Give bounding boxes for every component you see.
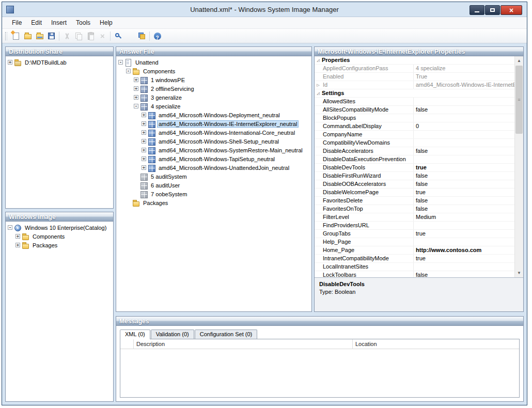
expand-icon[interactable]: + bbox=[134, 77, 138, 82]
delete-button[interactable] bbox=[97, 30, 108, 42]
expand-icon[interactable]: + bbox=[15, 243, 20, 247]
paste-button[interactable] bbox=[85, 30, 97, 42]
tree-node[interactable]: -Windows 10 Enterprise(Catalog) bbox=[6, 223, 113, 232]
tab-xml[interactable]: XML (0) bbox=[120, 329, 150, 339]
tree-node[interactable]: +amd64_Microsoft-Windows-IE-InternetExpl… bbox=[117, 119, 311, 128]
tree-node[interactable]: 7 oobeSystem bbox=[117, 190, 311, 198]
tree-node[interactable]: -Unattend bbox=[117, 58, 311, 67]
property-row[interactable]: DisableOOBAcceleratorsfalse bbox=[315, 180, 523, 189]
property-row[interactable]: GroupTabstrue bbox=[315, 230, 523, 238]
property-row[interactable]: AllowedSites bbox=[315, 98, 523, 106]
column-header-icon[interactable] bbox=[120, 339, 134, 349]
menu-edit[interactable]: Edit bbox=[26, 18, 46, 28]
save-answer-file-button[interactable] bbox=[45, 30, 57, 42]
tree-node[interactable]: -4 specialize bbox=[117, 102, 311, 111]
property-row[interactable]: Home_Pagehttp://www.contoso.com bbox=[315, 246, 523, 255]
expand-icon[interactable]: + bbox=[142, 130, 146, 135]
scrollbar-thumb[interactable]: ≡ bbox=[515, 66, 523, 134]
property-row[interactable]: EnabledTrue bbox=[315, 73, 523, 81]
minimize-button[interactable] bbox=[470, 5, 484, 15]
property-section-row[interactable]: ◿Properties bbox=[315, 56, 523, 65]
tree-node[interactable]: +amd64_Microsoft-Windows-TapiSetup_neutr… bbox=[117, 154, 311, 163]
tree-node[interactable]: +amd64_Microsoft-Windows-International-C… bbox=[117, 128, 311, 137]
section-expanded-icon[interactable]: ◿ bbox=[315, 56, 322, 64]
row-collapsed-icon[interactable]: ▷ bbox=[315, 81, 322, 89]
property-row[interactable]: FindProvidersURL bbox=[315, 222, 523, 230]
collapse-icon[interactable]: - bbox=[126, 69, 131, 73]
property-row[interactable]: FavoritesOnTopfalse bbox=[315, 205, 523, 213]
copy-button[interactable] bbox=[73, 30, 85, 42]
tree-node[interactable]: +amd64_Microsoft-Windows-UnattendedJoin_… bbox=[117, 163, 311, 172]
create-configuration-set-button[interactable] bbox=[136, 30, 148, 42]
tree-node[interactable]: +2 offlineServicing bbox=[117, 84, 311, 93]
property-row[interactable]: CompanyName bbox=[315, 131, 523, 139]
property-row[interactable]: IntranetCompatibilityModetrue bbox=[315, 255, 523, 263]
help-button[interactable] bbox=[151, 30, 163, 42]
property-row[interactable]: AllSitesCompatibilityModefalse bbox=[315, 106, 523, 114]
scroll-down-button[interactable]: ▼ bbox=[515, 269, 523, 277]
menu-help[interactable]: Help bbox=[95, 18, 117, 28]
collapse-icon[interactable]: - bbox=[8, 225, 12, 230]
open-windows-image-button[interactable] bbox=[34, 30, 45, 42]
collapse-icon[interactable]: - bbox=[134, 104, 138, 108]
menu-insert[interactable]: Insert bbox=[46, 18, 71, 28]
property-row[interactable]: FilterLevelMedium bbox=[315, 213, 523, 222]
menu-file[interactable]: File bbox=[7, 18, 26, 28]
property-row[interactable]: DisableDevToolstrue bbox=[315, 164, 523, 172]
property-row[interactable]: DisableWelcomePagetrue bbox=[315, 189, 523, 197]
property-row[interactable]: LocalIntranetSites bbox=[315, 263, 523, 271]
expand-icon[interactable]: + bbox=[134, 95, 138, 100]
collapse-icon[interactable]: - bbox=[118, 60, 123, 65]
tree-node[interactable]: +D:\MDTBuildLab bbox=[6, 58, 113, 67]
expand-icon[interactable]: + bbox=[15, 234, 20, 239]
property-row[interactable]: DisableAcceleratorsfalse bbox=[315, 147, 523, 155]
tree-node[interactable]: +3 generalize bbox=[117, 93, 311, 102]
property-row[interactable]: BlockPopups bbox=[315, 114, 523, 122]
open-answer-file-button[interactable] bbox=[22, 30, 34, 42]
expand-icon[interactable]: + bbox=[142, 121, 146, 126]
scroll-up-button[interactable]: ▲ bbox=[515, 56, 523, 65]
property-row[interactable]: AppliedConfigurationPass4 specialize bbox=[315, 65, 523, 73]
tree-node[interactable]: +1 windowsPE bbox=[117, 75, 311, 84]
tree-node[interactable]: Packages bbox=[117, 198, 311, 207]
column-header-description[interactable]: Description bbox=[134, 339, 353, 349]
find-button[interactable] bbox=[112, 30, 124, 42]
tree-node[interactable]: 6 auditUser bbox=[117, 181, 311, 190]
tree-node[interactable]: +amd64_Microsoft-Windows-Shell-Setup_neu… bbox=[117, 137, 311, 146]
menu-tools[interactable]: Tools bbox=[71, 18, 95, 28]
cut-button[interactable] bbox=[61, 30, 73, 42]
expand-icon[interactable]: + bbox=[142, 148, 146, 152]
tree-node[interactable]: 5 auditSystem bbox=[117, 172, 311, 181]
property-row[interactable]: CompatibilityViewDomains bbox=[315, 139, 523, 147]
tree-node[interactable]: +amd64_Microsoft-Windows-SystemRestore-M… bbox=[117, 146, 311, 154]
tree-node[interactable]: +Packages bbox=[6, 241, 113, 249]
property-row[interactable]: LockToolbarsfalse bbox=[315, 271, 523, 277]
property-row[interactable]: CommandLabelDisplay0 bbox=[315, 122, 523, 131]
tab-configuration-set[interactable]: Configuration Set (0) bbox=[195, 329, 258, 339]
expand-icon[interactable]: + bbox=[8, 60, 12, 65]
validate-answer-file-button[interactable] bbox=[124, 30, 136, 42]
titlebar[interactable]: Unattend.xml* - Windows System Image Man… bbox=[2, 2, 527, 17]
expand-icon[interactable]: + bbox=[142, 139, 146, 144]
new-answer-file-button[interactable] bbox=[10, 30, 22, 42]
expand-icon[interactable]: + bbox=[142, 156, 146, 161]
properties-scrollbar[interactable]: ▲ ≡ ▼ bbox=[514, 56, 523, 277]
property-row[interactable]: DisableFirstRunWizardfalse bbox=[315, 172, 523, 180]
column-header-location[interactable]: Location bbox=[353, 339, 519, 349]
property-row[interactable]: FavoritesDeletefalse bbox=[315, 197, 523, 205]
maximize-button[interactable] bbox=[485, 5, 500, 15]
expand-icon[interactable]: + bbox=[142, 113, 146, 117]
section-expanded-icon[interactable]: ◿ bbox=[315, 89, 322, 97]
close-button[interactable]: × bbox=[500, 5, 522, 15]
expand-icon[interactable]: + bbox=[134, 86, 138, 91]
tree-node[interactable]: +amd64_Microsoft-Windows-Deployment_neut… bbox=[117, 111, 311, 119]
property-section-row[interactable]: ◿Settings bbox=[315, 89, 523, 98]
tab-validation[interactable]: Validation (0) bbox=[151, 329, 194, 339]
tree-node[interactable]: +Components bbox=[6, 232, 113, 241]
property-row[interactable]: DisableDataExecutionPrevention bbox=[315, 155, 523, 164]
tree-node[interactable]: -Components bbox=[117, 67, 311, 75]
answer-file-tree: -Unattend-Components+1 windowsPE+2 offli… bbox=[116, 56, 311, 311]
property-row[interactable]: Help_Page bbox=[315, 238, 523, 246]
expand-icon[interactable]: + bbox=[142, 165, 146, 170]
property-row[interactable]: ▷Idamd64_Microsoft-Windows-IE-InternetEx bbox=[315, 81, 523, 89]
